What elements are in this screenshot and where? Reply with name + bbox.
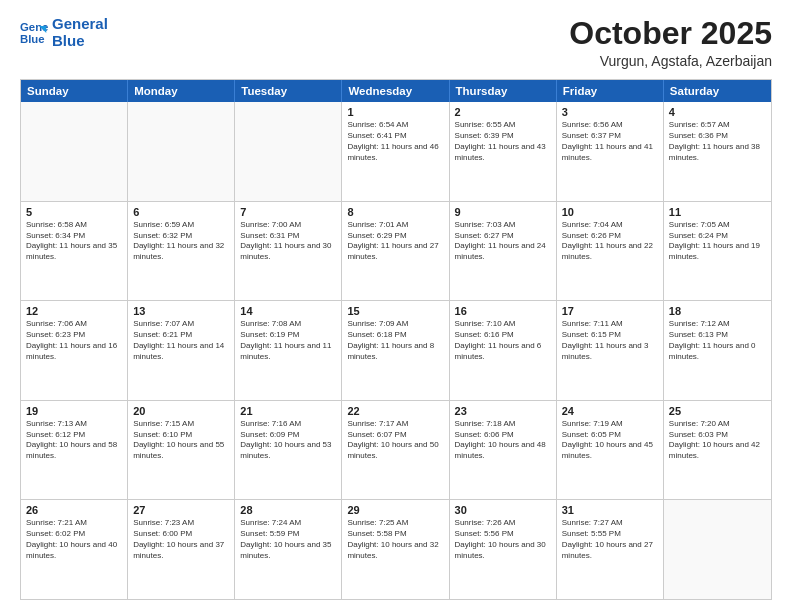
calendar-cell: 17Sunrise: 7:11 AM Sunset: 6:15 PM Dayli…: [557, 301, 664, 400]
calendar-cell: 12Sunrise: 7:06 AM Sunset: 6:23 PM Dayli…: [21, 301, 128, 400]
day-number: 11: [669, 206, 766, 218]
header-day-sunday: Sunday: [21, 80, 128, 102]
calendar-cell: 26Sunrise: 7:21 AM Sunset: 6:02 PM Dayli…: [21, 500, 128, 599]
cell-info: Sunrise: 7:05 AM Sunset: 6:24 PM Dayligh…: [669, 220, 766, 263]
header-day-tuesday: Tuesday: [235, 80, 342, 102]
calendar-body: 1Sunrise: 6:54 AM Sunset: 6:41 PM Daylig…: [21, 102, 771, 599]
day-number: 22: [347, 405, 443, 417]
day-number: 27: [133, 504, 229, 516]
calendar-row-0: 1Sunrise: 6:54 AM Sunset: 6:41 PM Daylig…: [21, 102, 771, 202]
cell-info: Sunrise: 7:09 AM Sunset: 6:18 PM Dayligh…: [347, 319, 443, 362]
day-number: 5: [26, 206, 122, 218]
cell-info: Sunrise: 6:57 AM Sunset: 6:36 PM Dayligh…: [669, 120, 766, 163]
day-number: 25: [669, 405, 766, 417]
day-number: 3: [562, 106, 658, 118]
calendar-cell: [21, 102, 128, 201]
calendar-cell: 27Sunrise: 7:23 AM Sunset: 6:00 PM Dayli…: [128, 500, 235, 599]
calendar-cell: 4Sunrise: 6:57 AM Sunset: 6:36 PM Daylig…: [664, 102, 771, 201]
day-number: 8: [347, 206, 443, 218]
cell-info: Sunrise: 7:24 AM Sunset: 5:59 PM Dayligh…: [240, 518, 336, 561]
cell-info: Sunrise: 6:59 AM Sunset: 6:32 PM Dayligh…: [133, 220, 229, 263]
cell-info: Sunrise: 6:55 AM Sunset: 6:39 PM Dayligh…: [455, 120, 551, 163]
day-number: 4: [669, 106, 766, 118]
cell-info: Sunrise: 7:13 AM Sunset: 6:12 PM Dayligh…: [26, 419, 122, 462]
cell-info: Sunrise: 7:10 AM Sunset: 6:16 PM Dayligh…: [455, 319, 551, 362]
calendar-cell: 5Sunrise: 6:58 AM Sunset: 6:34 PM Daylig…: [21, 202, 128, 301]
cell-info: Sunrise: 7:18 AM Sunset: 6:06 PM Dayligh…: [455, 419, 551, 462]
calendar-cell: [235, 102, 342, 201]
day-number: 21: [240, 405, 336, 417]
cell-info: Sunrise: 7:07 AM Sunset: 6:21 PM Dayligh…: [133, 319, 229, 362]
calendar-cell: 29Sunrise: 7:25 AM Sunset: 5:58 PM Dayli…: [342, 500, 449, 599]
day-number: 30: [455, 504, 551, 516]
day-number: 12: [26, 305, 122, 317]
page: General Blue General Blue October 2025 V…: [0, 0, 792, 612]
calendar-cell: 3Sunrise: 6:56 AM Sunset: 6:37 PM Daylig…: [557, 102, 664, 201]
header: General Blue General Blue October 2025 V…: [20, 16, 772, 69]
calendar-cell: 19Sunrise: 7:13 AM Sunset: 6:12 PM Dayli…: [21, 401, 128, 500]
day-number: 6: [133, 206, 229, 218]
day-number: 14: [240, 305, 336, 317]
calendar-header: SundayMondayTuesdayWednesdayThursdayFrid…: [21, 80, 771, 102]
day-number: 19: [26, 405, 122, 417]
day-number: 18: [669, 305, 766, 317]
calendar-row-4: 26Sunrise: 7:21 AM Sunset: 6:02 PM Dayli…: [21, 500, 771, 599]
calendar-cell: 13Sunrise: 7:07 AM Sunset: 6:21 PM Dayli…: [128, 301, 235, 400]
cell-info: Sunrise: 7:15 AM Sunset: 6:10 PM Dayligh…: [133, 419, 229, 462]
calendar-cell: 2Sunrise: 6:55 AM Sunset: 6:39 PM Daylig…: [450, 102, 557, 201]
location-subtitle: Vurgun, Agstafa, Azerbaijan: [569, 53, 772, 69]
day-number: 15: [347, 305, 443, 317]
calendar-cell: 6Sunrise: 6:59 AM Sunset: 6:32 PM Daylig…: [128, 202, 235, 301]
calendar-cell: [664, 500, 771, 599]
day-number: 17: [562, 305, 658, 317]
cell-info: Sunrise: 7:20 AM Sunset: 6:03 PM Dayligh…: [669, 419, 766, 462]
day-number: 24: [562, 405, 658, 417]
logo-icon: General Blue: [20, 19, 48, 47]
day-number: 20: [133, 405, 229, 417]
header-day-saturday: Saturday: [664, 80, 771, 102]
cell-info: Sunrise: 7:25 AM Sunset: 5:58 PM Dayligh…: [347, 518, 443, 561]
calendar-cell: 23Sunrise: 7:18 AM Sunset: 6:06 PM Dayli…: [450, 401, 557, 500]
cell-info: Sunrise: 7:01 AM Sunset: 6:29 PM Dayligh…: [347, 220, 443, 263]
calendar-cell: 16Sunrise: 7:10 AM Sunset: 6:16 PM Dayli…: [450, 301, 557, 400]
cell-info: Sunrise: 7:08 AM Sunset: 6:19 PM Dayligh…: [240, 319, 336, 362]
svg-text:Blue: Blue: [20, 32, 45, 44]
title-block: October 2025 Vurgun, Agstafa, Azerbaijan: [569, 16, 772, 69]
day-number: 31: [562, 504, 658, 516]
calendar-cell: 11Sunrise: 7:05 AM Sunset: 6:24 PM Dayli…: [664, 202, 771, 301]
cell-info: Sunrise: 7:00 AM Sunset: 6:31 PM Dayligh…: [240, 220, 336, 263]
cell-info: Sunrise: 7:16 AM Sunset: 6:09 PM Dayligh…: [240, 419, 336, 462]
day-number: 1: [347, 106, 443, 118]
calendar-cell: 21Sunrise: 7:16 AM Sunset: 6:09 PM Dayli…: [235, 401, 342, 500]
calendar-cell: 14Sunrise: 7:08 AM Sunset: 6:19 PM Dayli…: [235, 301, 342, 400]
cell-info: Sunrise: 7:06 AM Sunset: 6:23 PM Dayligh…: [26, 319, 122, 362]
cell-info: Sunrise: 6:56 AM Sunset: 6:37 PM Dayligh…: [562, 120, 658, 163]
cell-info: Sunrise: 7:17 AM Sunset: 6:07 PM Dayligh…: [347, 419, 443, 462]
logo-line2: Blue: [52, 32, 85, 49]
calendar-cell: 9Sunrise: 7:03 AM Sunset: 6:27 PM Daylig…: [450, 202, 557, 301]
header-day-thursday: Thursday: [450, 80, 557, 102]
day-number: 7: [240, 206, 336, 218]
day-number: 23: [455, 405, 551, 417]
day-number: 10: [562, 206, 658, 218]
calendar-cell: 25Sunrise: 7:20 AM Sunset: 6:03 PM Dayli…: [664, 401, 771, 500]
calendar-cell: 10Sunrise: 7:04 AM Sunset: 6:26 PM Dayli…: [557, 202, 664, 301]
header-day-wednesday: Wednesday: [342, 80, 449, 102]
header-day-monday: Monday: [128, 80, 235, 102]
day-number: 28: [240, 504, 336, 516]
cell-info: Sunrise: 7:26 AM Sunset: 5:56 PM Dayligh…: [455, 518, 551, 561]
cell-info: Sunrise: 7:04 AM Sunset: 6:26 PM Dayligh…: [562, 220, 658, 263]
logo-text: General Blue: [52, 16, 108, 49]
cell-info: Sunrise: 7:27 AM Sunset: 5:55 PM Dayligh…: [562, 518, 658, 561]
day-number: 2: [455, 106, 551, 118]
calendar-row-1: 5Sunrise: 6:58 AM Sunset: 6:34 PM Daylig…: [21, 202, 771, 302]
calendar-row-3: 19Sunrise: 7:13 AM Sunset: 6:12 PM Dayli…: [21, 401, 771, 501]
logo: General Blue General Blue: [20, 16, 108, 49]
calendar-cell: 20Sunrise: 7:15 AM Sunset: 6:10 PM Dayli…: [128, 401, 235, 500]
day-number: 13: [133, 305, 229, 317]
cell-info: Sunrise: 6:58 AM Sunset: 6:34 PM Dayligh…: [26, 220, 122, 263]
day-number: 16: [455, 305, 551, 317]
calendar-cell: 31Sunrise: 7:27 AM Sunset: 5:55 PM Dayli…: [557, 500, 664, 599]
calendar-row-2: 12Sunrise: 7:06 AM Sunset: 6:23 PM Dayli…: [21, 301, 771, 401]
calendar-cell: 8Sunrise: 7:01 AM Sunset: 6:29 PM Daylig…: [342, 202, 449, 301]
